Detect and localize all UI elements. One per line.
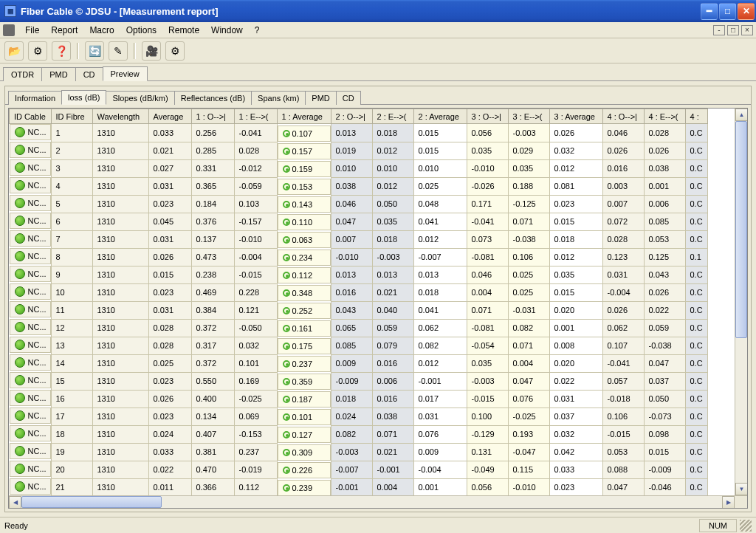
cell: 0.331 (191, 159, 234, 177)
table-row[interactable]: NC...2013100.0220.470-0.0190.226-0.007-0… (10, 461, 708, 478)
minimize-button[interactable]: ━ (701, 3, 718, 20)
table-row[interactable]: NC...1213100.0280.372-0.0500.1610.0650.0… (10, 319, 708, 337)
cell: 0.028 (234, 142, 277, 159)
cell: 0.062 (602, 319, 644, 337)
column-header[interactable]: 3 : Average (549, 109, 602, 124)
table-row[interactable]: NC...1613100.0260.400-0.0250.1870.0180.0… (10, 390, 708, 408)
column-header[interactable]: Wavelength (92, 109, 148, 124)
cable-id-label: NC... (28, 252, 47, 261)
close-button[interactable]: ✕ (738, 3, 755, 20)
column-header[interactable]: 2 : Average (413, 109, 467, 124)
menu-macro[interactable]: Macro (83, 24, 120, 37)
help-icon[interactable]: ❓ (52, 41, 71, 61)
column-header[interactable]: Average (148, 109, 191, 124)
mdi-minimize-button[interactable]: - (713, 25, 725, 35)
table-row[interactable]: NC...213100.0210.2850.0280.1570.0190.012… (10, 142, 708, 159)
table-row[interactable]: NC...1913100.0330.3810.2370.309-0.0030.0… (10, 443, 708, 461)
average-indicator-icon (283, 396, 290, 403)
tab-preview[interactable]: Preview (103, 66, 148, 81)
average-indicator-icon (283, 325, 290, 332)
table-row[interactable]: NC...713100.0310.137-0.0100.0630.0070.01… (10, 230, 708, 248)
cell: 1310 (92, 408, 148, 425)
vscroll-track[interactable] (735, 121, 747, 483)
settings-icon[interactable]: ⚙ (28, 41, 47, 61)
column-header[interactable]: 1 : Average (277, 109, 331, 124)
horizontal-scrollbar[interactable]: ◀ ▶ (9, 495, 747, 508)
menu-window[interactable]: Window (205, 24, 249, 37)
table-row[interactable]: NC...913100.0150.238-0.0150.1120.0130.01… (10, 266, 708, 283)
subtab-reflectances--db-[interactable]: Reflectances (dB) (174, 91, 252, 105)
cell: NC... (10, 461, 51, 477)
column-header[interactable]: 3 : O-->| (467, 109, 508, 124)
menu-remote[interactable]: Remote (162, 24, 205, 37)
resize-grip-icon[interactable] (740, 520, 752, 532)
column-header[interactable]: 3 : E-->( (508, 109, 549, 124)
cell: 0.193 (508, 425, 549, 443)
table-row[interactable]: NC...513100.0230.1840.1030.1430.0460.050… (10, 195, 708, 213)
cell: 0.C (685, 142, 707, 159)
cell: 7 (51, 230, 92, 248)
vertical-scrollbar[interactable]: ▲ ▼ (735, 109, 747, 495)
tab-pmd[interactable]: PMD (41, 67, 75, 81)
table-row[interactable]: NC...1013100.0230.4690.2280.3480.0160.02… (10, 283, 708, 301)
column-header[interactable]: 4 : E-->( (644, 109, 685, 124)
mdi-close-button[interactable]: × (741, 25, 753, 35)
table-row[interactable]: NC...1513100.0230.5500.1690.359-0.0090.0… (10, 372, 708, 390)
table-row[interactable]: NC...613100.0450.376-0.1570.1100.0470.03… (10, 213, 708, 230)
column-header[interactable]: 4 : O-->| (602, 109, 644, 124)
table-scroll-area[interactable]: ID CableID FibreWavelengthAverage1 : O--… (9, 109, 747, 495)
column-header[interactable]: 4 : (685, 109, 707, 124)
hscroll-track[interactable] (21, 496, 722, 508)
column-header[interactable]: 2 : E-->( (372, 109, 413, 124)
column-header[interactable]: 1 : O-->| (191, 109, 234, 124)
open-icon[interactable]: 📂 (4, 41, 24, 61)
refresh-icon[interactable]: 🔄 (85, 41, 104, 61)
column-header[interactable]: 2 : O-->| (331, 109, 372, 124)
table-row[interactable]: NC...2113100.0110.3660.1120.239-0.0010.0… (10, 478, 708, 495)
table-row[interactable]: NC...313100.0270.331-0.0120.1590.0100.01… (10, 159, 708, 177)
table-row[interactable]: NC...113100.0330.256-0.0410.1070.0130.01… (10, 124, 708, 142)
scroll-down-arrow-icon[interactable]: ▼ (735, 483, 747, 495)
column-header[interactable]: 1 : E-->( (234, 109, 277, 124)
gear-icon[interactable]: ⚙ (165, 41, 185, 61)
subtab-spans--km-[interactable]: Spans (km) (251, 91, 306, 105)
menu-report[interactable]: Report (45, 24, 83, 37)
cable-status-icon (15, 145, 25, 155)
average-indicator-icon (283, 484, 290, 492)
scroll-right-arrow-icon[interactable]: ▶ (722, 496, 735, 509)
table-row[interactable]: NC...1313100.0280.3170.0320.1750.0850.07… (10, 337, 708, 354)
mdi-restore-button[interactable]: □ (727, 25, 739, 35)
table-row[interactable]: NC...813100.0260.473-0.0040.234-0.010-0.… (10, 248, 708, 266)
table-row[interactable]: NC...1413100.0250.3720.1010.2370.0090.01… (10, 354, 708, 372)
subtab-cd[interactable]: CD (336, 91, 361, 105)
table-row[interactable]: NC...413100.0310.365-0.0590.1530.0380.01… (10, 177, 708, 195)
table-row[interactable]: NC...1713100.0230.1340.0690.1010.0240.03… (10, 408, 708, 425)
vscroll-thumb[interactable] (735, 121, 747, 338)
camera-icon[interactable]: 🎥 (142, 41, 161, 61)
column-header[interactable]: ID Cable (10, 109, 52, 124)
cell: 2 (51, 142, 92, 159)
subtab-pmd[interactable]: PMD (305, 91, 336, 105)
cable-id-label: NC... (28, 128, 47, 137)
document-icon (3, 24, 15, 36)
cell: 0.038 (644, 159, 685, 177)
table-row[interactable]: NC...1813100.0240.407-0.1530.1270.0820.0… (10, 425, 708, 443)
tab-cd[interactable]: CD (75, 67, 103, 81)
subtab-slopes--db-km-[interactable]: Slopes (dB/km) (106, 91, 174, 105)
scroll-up-arrow-icon[interactable]: ▲ (735, 109, 747, 121)
subtab-information[interactable]: Information (8, 91, 62, 105)
column-header[interactable]: ID Fibre (51, 109, 92, 124)
scroll-corner (735, 496, 747, 508)
cell: 8 (51, 248, 92, 266)
menu-options[interactable]: Options (120, 24, 162, 37)
hscroll-thumb[interactable] (21, 496, 162, 508)
subtab-loss--db-[interactable]: loss (dB) (61, 90, 106, 105)
cell: 0.069 (234, 408, 277, 425)
scroll-left-arrow-icon[interactable]: ◀ (9, 496, 21, 509)
edit-icon[interactable]: ✎ (109, 41, 128, 61)
table-row[interactable]: NC...1113100.0310.3840.1210.2520.0430.04… (10, 301, 708, 319)
maximize-button[interactable]: □ (719, 3, 736, 20)
tab-otdr[interactable]: OTDR (3, 67, 42, 81)
menu-file[interactable]: File (19, 24, 45, 37)
menu-[interactable]: ? (249, 24, 266, 37)
